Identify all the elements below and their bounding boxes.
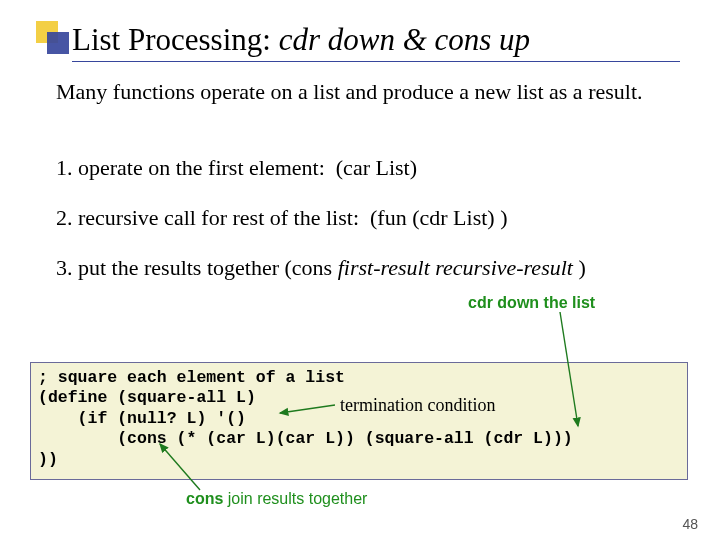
label-cons-join: cons join results together xyxy=(186,490,367,508)
step-1: 1. operate on the first element: (car Li… xyxy=(56,154,680,182)
label-cdr-down: cdr down the list xyxy=(468,294,595,312)
code-block: ; square each element of a list (define … xyxy=(38,368,573,470)
step-3: 3. put the results together (cons first-… xyxy=(56,254,680,282)
page-number: 48 xyxy=(682,516,698,532)
step-3-pre: 3. put the results together (cons xyxy=(56,255,338,280)
label-cons-bold: cons xyxy=(186,490,223,507)
step-3-italic: first-result recursive-result xyxy=(338,255,573,280)
title-underline xyxy=(72,60,680,62)
step-3-post: ) xyxy=(573,255,586,280)
intro-text: Many functions operate on a list and pro… xyxy=(56,78,680,106)
annotation-termination: termination condition xyxy=(340,395,495,416)
title-italic: cdr down & cons up xyxy=(279,22,530,57)
step-2: 2. recursive call for rest of the list: … xyxy=(56,204,680,232)
label-cons-rest: join results together xyxy=(223,490,367,507)
title-plain: List Processing: xyxy=(72,22,279,57)
slide-title: List Processing: cdr down & cons up xyxy=(72,22,530,58)
